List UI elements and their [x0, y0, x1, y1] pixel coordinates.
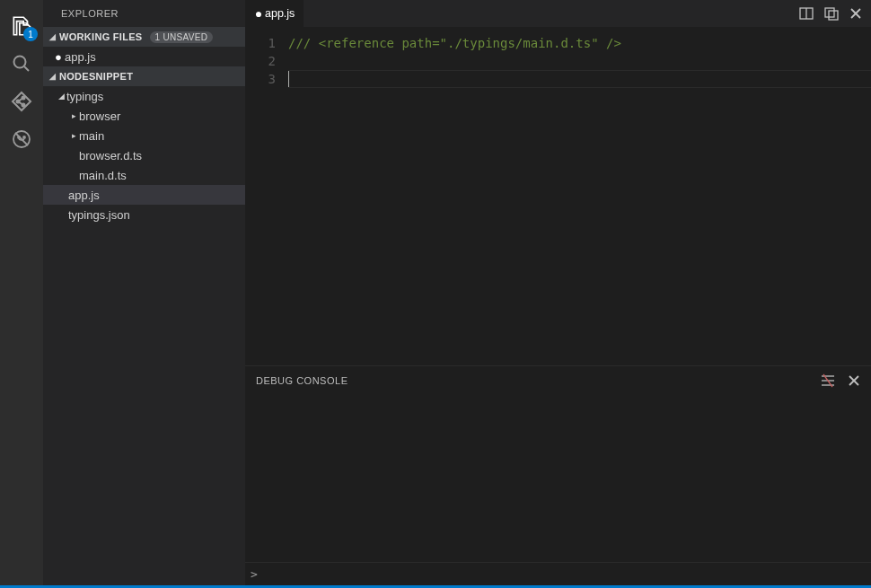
- dirty-dot-icon: ●: [252, 6, 265, 21]
- tree-file-browser-dts[interactable]: browser.d.ts: [43, 145, 245, 165]
- close-panel-icon[interactable]: [848, 374, 860, 387]
- sidebar: EXPLORER ◢ WORKING FILES 1 UNSAVED ● app…: [43, 0, 245, 585]
- project-label: NODESNIPPET: [59, 71, 133, 82]
- tree-folder-browser[interactable]: ▸ browser: [43, 106, 245, 126]
- code-line: [288, 52, 871, 70]
- text-caret: [288, 71, 289, 87]
- split-editor-icon[interactable]: [799, 6, 814, 21]
- working-file-label: app.js: [65, 50, 245, 64]
- chevron-right-icon: ▸: [68, 111, 79, 120]
- tree-label: browser.d.ts: [79, 149, 245, 162]
- svg-line-1: [24, 66, 29, 71]
- debug-console-panel: DEBUG CONSOLE >: [245, 365, 871, 585]
- tab-appjs[interactable]: ● app.js: [245, 0, 304, 27]
- panel-header: DEBUG CONSOLE: [245, 366, 871, 395]
- explorer-badge: 1: [23, 27, 38, 41]
- code-line: [288, 70, 871, 88]
- svg-point-7: [18, 136, 20, 138]
- tree-label: main.d.ts: [79, 169, 245, 182]
- tree-label: main: [79, 129, 245, 143]
- git-activity-icon[interactable]: [0, 83, 43, 120]
- debug-console-input[interactable]: >: [245, 562, 871, 585]
- more-actions-icon[interactable]: [824, 6, 839, 21]
- chevron-down-icon: ◢: [56, 92, 66, 101]
- working-files-tree: ● app.js: [43, 47, 245, 66]
- chevron-down-icon: ◢: [47, 72, 59, 81]
- tree-label: typings: [66, 90, 245, 103]
- line-number: 1: [245, 34, 276, 52]
- line-number: 3: [245, 70, 276, 88]
- svg-rect-11: [825, 8, 834, 17]
- tree-file-typingsjson[interactable]: typings.json: [43, 205, 245, 224]
- sidebar-title: EXPLORER: [43, 0, 245, 27]
- tree-folder-main[interactable]: ▸ main: [43, 126, 245, 145]
- editor-area: ● app.js: [245, 0, 871, 585]
- debug-activity-icon[interactable]: [0, 120, 43, 158]
- project-header[interactable]: ◢ NODESNIPPET: [43, 66, 245, 86]
- tree-file-main-dts[interactable]: main.d.ts: [43, 165, 245, 185]
- tabbar-actions: [799, 0, 871, 27]
- panel-body: [245, 395, 871, 562]
- line-number: 2: [245, 52, 276, 70]
- svg-rect-12: [829, 11, 838, 20]
- code-line: /// <reference path="./typings/main.d.ts…: [288, 34, 871, 52]
- tree-folder-typings[interactable]: ◢ typings: [43, 86, 245, 106]
- code-content: /// <reference path="./typings/main.d.ts…: [288, 27, 871, 365]
- tree-label: app.js: [68, 189, 245, 202]
- unsaved-badge: 1 UNSAVED: [150, 31, 214, 43]
- tabbar-spacer: [304, 0, 799, 27]
- panel-title: DEBUG CONSOLE: [256, 375, 348, 386]
- line-gutter: 1 2 3: [245, 27, 288, 365]
- working-files-header[interactable]: ◢ WORKING FILES 1 UNSAVED: [43, 27, 245, 47]
- working-files-label: WORKING FILES: [59, 31, 143, 42]
- tab-bar: ● app.js: [245, 0, 871, 27]
- project-tree: ◢ typings ▸ browser ▸ main browser.d.ts …: [43, 86, 245, 224]
- dirty-dot-icon: ●: [52, 50, 65, 64]
- tree-file-appjs[interactable]: app.js: [43, 185, 245, 205]
- code-editor[interactable]: 1 2 3 /// <reference path="./typings/mai…: [245, 27, 871, 365]
- close-editor-icon[interactable]: [849, 7, 862, 20]
- svg-point-0: [14, 57, 26, 68]
- chevron-right-icon: ▸: [68, 131, 79, 140]
- tab-label: app.js: [265, 7, 295, 20]
- chevron-down-icon: ◢: [47, 32, 59, 41]
- explorer-activity-icon[interactable]: 1: [0, 7, 43, 45]
- prompt-chevron-icon: >: [251, 567, 258, 581]
- search-activity-icon[interactable]: [0, 45, 43, 83]
- svg-point-8: [23, 136, 25, 138]
- tree-label: browser: [79, 110, 245, 123]
- tree-label: typings.json: [68, 208, 245, 222]
- working-file-item[interactable]: ● app.js: [43, 47, 245, 66]
- clear-console-icon[interactable]: [821, 373, 835, 388]
- activity-bar: 1: [0, 0, 43, 585]
